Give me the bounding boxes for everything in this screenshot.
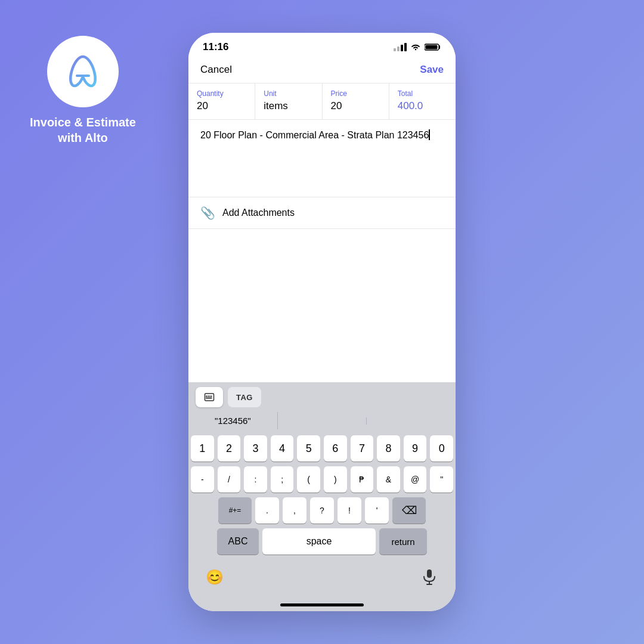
add-attachments-button[interactable]: 📎 Add Attachments [188, 197, 456, 229]
quantity-field[interactable]: Quantity 20 [188, 83, 255, 119]
key-space[interactable]: space [262, 528, 376, 555]
key-symbol-toggle[interactable]: #+= [218, 497, 252, 524]
key-colon[interactable]: : [244, 466, 267, 493]
keyboard-row-numbers: 1 2 3 4 5 6 7 8 9 0 [191, 435, 453, 462]
keyboard-tab[interactable] [196, 387, 223, 407]
key-5[interactable]: 5 [297, 435, 320, 462]
unit-label: Unit [264, 89, 313, 98]
key-8[interactable]: 8 [377, 435, 400, 462]
nav-bar: Cancel Save [188, 59, 456, 83]
price-value: 20 [331, 100, 380, 112]
key-0[interactable]: 0 [430, 435, 453, 462]
autocomplete-item-1[interactable]: "123456" [188, 412, 278, 429]
key-rparen[interactable]: ) [324, 466, 347, 493]
keyboard-bottom-bar: 😊 [191, 559, 453, 597]
status-bar: 11:16 [188, 33, 456, 59]
branding-panel: Invoice & Estimate with Alto [30, 36, 136, 145]
attachments-label: Add Attachments [222, 208, 295, 218]
delete-key[interactable]: ⌫ [392, 497, 426, 524]
keyboard: 1 2 3 4 5 6 7 8 9 0 - / : ; ( ) ₱ & @ " … [188, 432, 456, 597]
fields-row: Quantity 20 Unit items Price 20 Total 40… [188, 83, 456, 120]
key-comma[interactable]: , [283, 497, 306, 524]
total-field[interactable]: Total 400.0 [389, 83, 456, 119]
microphone-icon [422, 569, 436, 586]
quantity-label: Quantity [197, 89, 246, 98]
key-slash[interactable]: / [218, 466, 241, 493]
key-9[interactable]: 9 [404, 435, 427, 462]
quantity-value: 20 [197, 100, 246, 112]
keyboard-row-symbols: - / : ; ( ) ₱ & @ " [191, 466, 453, 493]
key-2[interactable]: 2 [218, 435, 241, 462]
home-indicator [280, 603, 364, 606]
keyboard-bottom-icons: 😊 [203, 563, 441, 592]
price-label: Price [331, 89, 380, 98]
key-1[interactable]: 1 [191, 435, 214, 462]
autocomplete-bar: "123456" [188, 410, 456, 432]
cancel-button[interactable]: Cancel [200, 64, 232, 76]
total-value: 400.0 [398, 100, 447, 112]
key-peso[interactable]: ₱ [351, 466, 374, 493]
key-exclamation[interactable]: ! [338, 497, 361, 524]
save-button[interactable]: Save [420, 64, 444, 76]
key-question[interactable]: ? [310, 497, 334, 524]
key-dash[interactable]: - [191, 466, 214, 493]
unit-value: items [264, 100, 313, 112]
unit-field[interactable]: Unit items [255, 83, 322, 119]
key-3[interactable]: 3 [244, 435, 267, 462]
mic-button[interactable] [417, 565, 441, 589]
tag-tab[interactable]: TAG [228, 387, 261, 407]
keyboard-toolbar: TAG [188, 382, 456, 410]
keyboard-row-more: #+= . , ? ! ' ⌫ [191, 497, 453, 524]
signal-icon [394, 43, 407, 51]
emoji-button[interactable]: 😊 [203, 565, 227, 589]
wifi-icon [410, 43, 421, 51]
phone-frame: 11:16 Cancel Save Quantity [188, 33, 456, 611]
emoji-icon: 😊 [206, 569, 224, 586]
key-return[interactable]: return [379, 528, 427, 555]
total-label: Total [398, 89, 447, 98]
key-abc[interactable]: ABC [217, 528, 259, 555]
key-7[interactable]: 7 [351, 435, 374, 462]
autocomplete-item-3[interactable] [367, 417, 456, 425]
key-apostrophe[interactable]: ' [365, 497, 389, 524]
autocomplete-item-2[interactable] [278, 417, 367, 425]
home-indicator-area [188, 597, 456, 611]
paperclip-icon: 📎 [200, 206, 215, 220]
key-6[interactable]: 6 [324, 435, 347, 462]
key-ampersand[interactable]: & [377, 466, 400, 493]
keyboard-row-bottom: ABC space return [191, 528, 453, 555]
content-area [188, 229, 456, 382]
key-at[interactable]: @ [404, 466, 427, 493]
key-4[interactable]: 4 [271, 435, 294, 462]
status-time: 11:16 [203, 41, 228, 53]
description-input[interactable]: 20 Floor Plan - Commercial Area - Strata… [188, 120, 456, 197]
app-logo [47, 36, 119, 107]
svg-rect-7 [427, 569, 432, 578]
key-semicolon[interactable]: ; [271, 466, 294, 493]
text-cursor [429, 129, 430, 140]
key-period[interactable]: . [255, 497, 279, 524]
app-name: Invoice & Estimate with Alto [30, 114, 136, 145]
price-field[interactable]: Price 20 [323, 83, 389, 119]
svg-rect-1 [426, 45, 438, 49]
key-quote[interactable]: " [430, 466, 453, 493]
key-lparen[interactable]: ( [297, 466, 320, 493]
svg-rect-2 [205, 394, 214, 401]
status-icons [394, 43, 441, 51]
backspace-icon: ⌫ [402, 504, 417, 517]
battery-icon [425, 43, 441, 51]
